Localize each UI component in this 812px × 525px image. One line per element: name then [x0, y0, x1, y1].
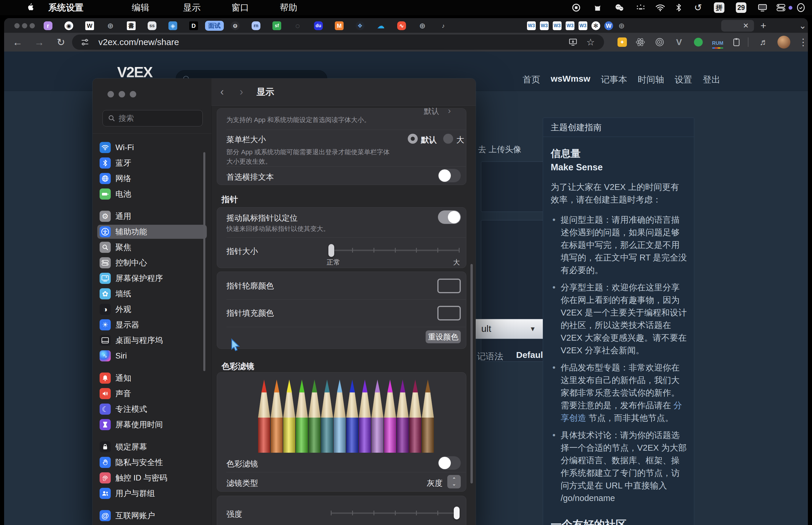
- settings-close-button[interactable]: [107, 91, 114, 97]
- sidebar-item-battery[interactable]: 电池: [97, 187, 207, 201]
- sidebar-item-lock[interactable]: 锁定屏幕: [97, 440, 207, 454]
- filter-type-stepper[interactable]: ⌃⌄: [447, 475, 461, 489]
- tab-dev-circle[interactable]: ⊖: [231, 21, 240, 30]
- profile-avatar[interactable]: [777, 33, 791, 51]
- wifi-icon[interactable]: [654, 0, 666, 15]
- pinyin-input-badge[interactable]: 拼: [714, 0, 724, 15]
- text-size-chevron-icon[interactable]: ›: [448, 106, 451, 116]
- time-machine-icon[interactable]: ↺: [693, 0, 704, 15]
- shake-pointer-toggle[interactable]: [438, 210, 461, 224]
- tab-wikipedia[interactable]: W: [85, 21, 94, 30]
- tab-rn[interactable]: rn: [252, 21, 260, 30]
- cat-icon[interactable]: [592, 0, 603, 15]
- tab-d[interactable]: D: [189, 21, 198, 30]
- ext-vue-icon[interactable]: V: [673, 33, 685, 51]
- tab-globe[interactable]: ⊕: [106, 21, 115, 30]
- text-size-value[interactable]: 默认: [424, 106, 439, 117]
- display-icon[interactable]: [757, 0, 768, 15]
- tab-globe-2[interactable]: ⊕: [418, 21, 427, 30]
- reading-list-icon[interactable]: ♬: [757, 33, 770, 51]
- tab-map[interactable]: ◈: [169, 21, 177, 30]
- pointer-size-slider-thumb[interactable]: [328, 244, 334, 257]
- sidebar-item-speaker[interactable]: 声音: [97, 387, 207, 401]
- new-tab-button[interactable]: +: [757, 18, 769, 33]
- wechat-icon[interactable]: [613, 0, 625, 15]
- sidebar-item-at[interactable]: @互联网账户: [97, 509, 207, 523]
- bookmark-star-icon[interactable]: ☆: [584, 34, 597, 50]
- apple-icon[interactable]: [25, 0, 36, 15]
- avatar-upload-link[interactable]: 去 上传头像: [478, 144, 521, 155]
- control-center-icon[interactable]: [775, 0, 787, 15]
- sidebar-item-hand[interactable]: 隐私与安全性: [97, 455, 207, 469]
- window-zoom-button[interactable]: [30, 23, 35, 28]
- tune-icon[interactable]: [78, 34, 91, 50]
- settings-search-input[interactable]: 搜索: [103, 110, 203, 126]
- tab-close-icon[interactable]: ✕: [743, 20, 749, 32]
- menu-item-3[interactable]: 显示: [183, 0, 201, 15]
- radio-large-label[interactable]: 大: [456, 135, 464, 145]
- ext-rum-icon[interactable]: RUM: [710, 33, 725, 51]
- back-icon[interactable]: ←: [11, 33, 25, 51]
- radio-large[interactable]: [443, 134, 453, 144]
- pointer-fill-swatch[interactable]: [437, 306, 461, 320]
- menu-item-4[interactable]: 窗口: [231, 0, 249, 15]
- sidebar-item-appearance[interactable]: ◑外观: [97, 302, 207, 316]
- sidebar-item-accessibility[interactable]: 辅助功能: [97, 225, 207, 239]
- v2ex-nav-6[interactable]: 登出: [703, 74, 720, 86]
- tab-vmark[interactable]: ❖: [356, 21, 364, 30]
- reset-colors-button[interactable]: 重设颜色: [426, 330, 461, 343]
- menu-item-5[interactable]: 帮助: [280, 0, 297, 15]
- tab-w3schools-2[interactable]: W3: [540, 21, 549, 30]
- settings-minimize-button[interactable]: [119, 91, 125, 97]
- sidebar-item-dock[interactable]: 桌面与程序坞: [97, 333, 207, 347]
- color-filter-toggle[interactable]: [438, 456, 461, 470]
- tab-chatgpt[interactable]: ✻: [591, 21, 600, 30]
- window-close-button[interactable]: [14, 23, 20, 28]
- tab-w3schools-3[interactable]: W3: [553, 21, 562, 30]
- install-icon[interactable]: [567, 34, 579, 50]
- sidebar-item-sun[interactable]: ☀显示器: [97, 318, 207, 332]
- horizontal-text-toggle[interactable]: [438, 169, 461, 182]
- sidebar-item-gear[interactable]: ⚙通用: [97, 209, 207, 223]
- syntax-value[interactable]: Default: [516, 350, 546, 360]
- ext-target-icon[interactable]: [654, 33, 666, 51]
- sidebar-item-screensaver[interactable]: 屏幕保护程序: [97, 271, 207, 285]
- tab-audio[interactable]: ♪: [439, 21, 448, 30]
- tab-swift[interactable]: ∿: [397, 21, 406, 30]
- sidebar-item-bell[interactable]: 通知: [97, 371, 207, 385]
- tab-sf[interactable]: sf: [272, 21, 281, 30]
- menu-item-1[interactable]: 系统设置: [48, 0, 84, 15]
- tab-w-blue[interactable]: W: [604, 21, 613, 30]
- clock-icon[interactable]: [795, 0, 807, 15]
- nav-back-icon[interactable]: ‹: [220, 78, 224, 105]
- address-bar[interactable]: v2ex.com/new/share ☆: [72, 34, 604, 50]
- tab-w3schools-1[interactable]: W3: [527, 21, 536, 30]
- sidebar-item-fingerprint[interactable]: 触控 ID 与密码: [97, 471, 207, 485]
- sidebar-item-network[interactable]: 网络: [97, 171, 207, 185]
- intensity-slider-thumb[interactable]: [454, 507, 460, 520]
- tab-search-chevron-icon[interactable]: ⌄: [797, 18, 808, 33]
- v2ex-nav-1[interactable]: 首页: [523, 74, 540, 86]
- tab-baidu[interactable]: du: [314, 21, 323, 30]
- active-tab[interactable]: ✕: [721, 20, 754, 32]
- sidebar-item-users[interactable]: 用户与群组: [97, 486, 207, 500]
- keyboard-dots-icon[interactable]: [635, 0, 647, 15]
- sidebar-scrollbar[interactable]: [203, 152, 205, 371]
- sidebar-item-moon[interactable]: ☾专注模式: [97, 402, 207, 416]
- ext-react-icon[interactable]: [635, 33, 646, 51]
- calendar-badge[interactable]: 29: [736, 0, 746, 15]
- record-icon[interactable]: [571, 0, 581, 15]
- v2ex-nav-2[interactable]: wsWmsw: [551, 74, 590, 86]
- forward-icon[interactable]: →: [32, 33, 46, 51]
- ext-clipboard-icon[interactable]: [730, 33, 742, 51]
- tab-onedrive[interactable]: ☁: [376, 21, 385, 30]
- menu-item-2[interactable]: 编辑: [132, 0, 149, 15]
- window-minimize-button[interactable]: [22, 23, 27, 28]
- tab-calligraphy[interactable]: 書: [127, 21, 136, 30]
- sidebar-item-magnifier[interactable]: 聚焦: [97, 240, 207, 254]
- radio-default[interactable]: [408, 134, 418, 144]
- reload-icon[interactable]: ↻: [54, 33, 68, 51]
- settings-zoom-button[interactable]: [130, 91, 136, 97]
- settings-content-scrollbar[interactable]: [470, 264, 473, 483]
- v2ex-nav-4[interactable]: 时间轴: [638, 74, 664, 86]
